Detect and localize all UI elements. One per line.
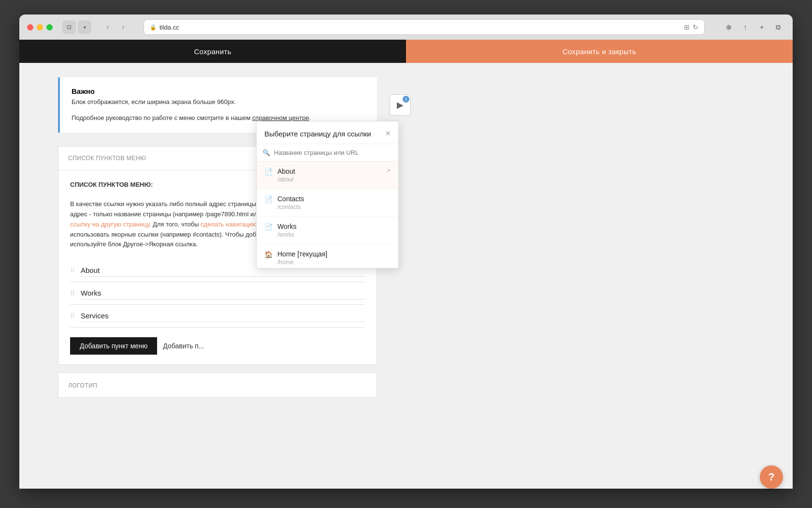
search-icon: 🔍 — [262, 149, 270, 156]
popup-item-contacts[interactable]: 📄 Contacts /contacts — [257, 189, 398, 217]
popup-close-button[interactable]: × — [385, 129, 391, 138]
popup-title: Выберите страницу для ссылки — [264, 130, 371, 138]
page-icon-about: 📄 — [264, 168, 273, 176]
popup-item-content-home: Home [текущая] /home — [277, 250, 391, 266]
sidebar-chevron-btn[interactable]: ▾ — [78, 20, 91, 34]
save-close-button[interactable]: Сохранить и закрыть — [406, 40, 793, 63]
traffic-lights — [27, 24, 53, 30]
translate-icon[interactable]: ⊞ — [684, 23, 690, 31]
popup-item-name-about: About — [277, 167, 381, 175]
preview-button[interactable]: ▶ i — [390, 94, 411, 116]
editor-container: Сохранить Сохранить и закрыть Важно Блок… — [19, 40, 793, 489]
menu-item-services: ⠿ — [70, 305, 365, 328]
question-icon: ? — [768, 471, 774, 483]
page-icon-contacts: 📄 — [264, 195, 273, 203]
add-item-button[interactable]: Добавить пункт меню — [70, 337, 157, 355]
logo-section: ЛОГОТИП — [58, 373, 377, 398]
popup-item-name-home: Home [текущая] — [277, 250, 391, 258]
info-subtitle: Блок отображается, если ширина экрана бо… — [72, 98, 365, 105]
menu-item-input-works[interactable] — [81, 287, 365, 299]
popup-item-content-contacts: Contacts /contacts — [277, 195, 391, 210]
info-title: Важно — [72, 87, 365, 95]
popup-item-content-about: About /about — [277, 167, 381, 183]
download-icon[interactable]: ⊕ — [722, 20, 736, 34]
editor-header: Сохранить Сохранить и закрыть — [19, 40, 793, 63]
browser-actions: ⊕ ↑ + ⧉ — [722, 20, 785, 34]
browser-titlebar: ⊡ ▾ ‹ › 🔒 tilda.cc ⊞ ↻ ⊕ ↑ + ⧉ — [19, 15, 793, 40]
popup-item-name-contacts: Contacts — [277, 195, 391, 203]
popup-item-content-works: Works /works — [277, 223, 391, 238]
menu-item-input-services[interactable] — [81, 310, 365, 322]
popup-item-name-works: Works — [277, 223, 391, 230]
minimize-traffic-light[interactable] — [37, 24, 43, 30]
popup-item-works[interactable]: 📄 Works /works — [257, 217, 398, 244]
logo-label: ЛОГОТИП — [68, 382, 97, 389]
popup-item-home[interactable]: 🏠 Home [текущая] /home — [257, 244, 398, 268]
popup-items-list: 📄 About /about ↗ 📄 Contacts /contacts — [257, 162, 398, 268]
refresh-icon[interactable]: ↻ — [693, 23, 698, 31]
url-text: tilda.cc — [160, 24, 179, 31]
drag-handle-works[interactable]: ⠿ — [70, 289, 75, 297]
close-traffic-light[interactable] — [27, 24, 33, 30]
drag-handle-services[interactable]: ⠿ — [70, 312, 75, 320]
external-link-icon-about[interactable]: ↗ — [386, 167, 391, 174]
info-desc-suffix: . — [309, 114, 311, 121]
help-button[interactable]: ? — [760, 465, 783, 489]
section-label: СПИСОК ПУНКТОВ МЕНЮ — [68, 155, 146, 162]
drag-handle-about[interactable]: ⠿ — [70, 267, 75, 274]
menu-item-works: ⠿ — [70, 282, 365, 305]
popup-item-url-works: /works — [277, 231, 391, 238]
info-desc-prefix: Подробное руководство по работе с меню с… — [72, 114, 252, 121]
section-content-title: СПИСОК ПУНКТОВ МЕНЮ: — [70, 181, 153, 188]
info-link[interactable]: справочном центре — [252, 114, 309, 121]
lock-icon: 🔒 — [150, 24, 157, 30]
info-dot: i — [403, 96, 409, 103]
page-select-popup: Выберите страницу для ссылки × 🔍 📄 About… — [256, 121, 399, 269]
new-tab-icon[interactable]: + — [755, 20, 768, 34]
page-icon-works: 📄 — [264, 223, 273, 231]
tab-overview-icon[interactable]: ⧉ — [771, 20, 785, 34]
play-icon: ▶ — [397, 100, 404, 110]
save-button[interactable]: Сохранить — [19, 40, 406, 63]
address-bar[interactable]: 🔒 tilda.cc ⊞ ↻ — [144, 19, 705, 35]
window-controls: ⊡ ▾ — [62, 20, 91, 34]
sidebar-toggle-btn[interactable]: ⊡ — [62, 20, 76, 34]
editor-content: Важно Блок отображается, если ширина экр… — [19, 63, 793, 489]
share-icon[interactable]: ↑ — [739, 20, 752, 34]
home-icon: 🏠 — [264, 251, 273, 258]
forward-btn[interactable]: › — [116, 20, 130, 34]
popup-item-url-home: /home — [277, 259, 391, 266]
popup-item-about[interactable]: 📄 About /about ↗ — [257, 162, 398, 189]
popup-item-url-contacts: /contacts — [277, 204, 391, 210]
add-buttons: Добавить пункт меню Добавить п... — [70, 337, 365, 355]
back-btn[interactable]: ‹ — [101, 20, 115, 34]
popup-item-url-about: /about — [277, 176, 381, 183]
maximize-traffic-light[interactable] — [46, 24, 53, 30]
nav-buttons: ‹ › — [101, 20, 130, 34]
popup-header: Выберите страницу для ссылки × — [257, 121, 398, 144]
popup-search-input[interactable] — [274, 149, 392, 156]
add-sub-button[interactable]: Добавить п... — [163, 342, 204, 350]
popup-search-area: 🔍 — [257, 144, 398, 162]
